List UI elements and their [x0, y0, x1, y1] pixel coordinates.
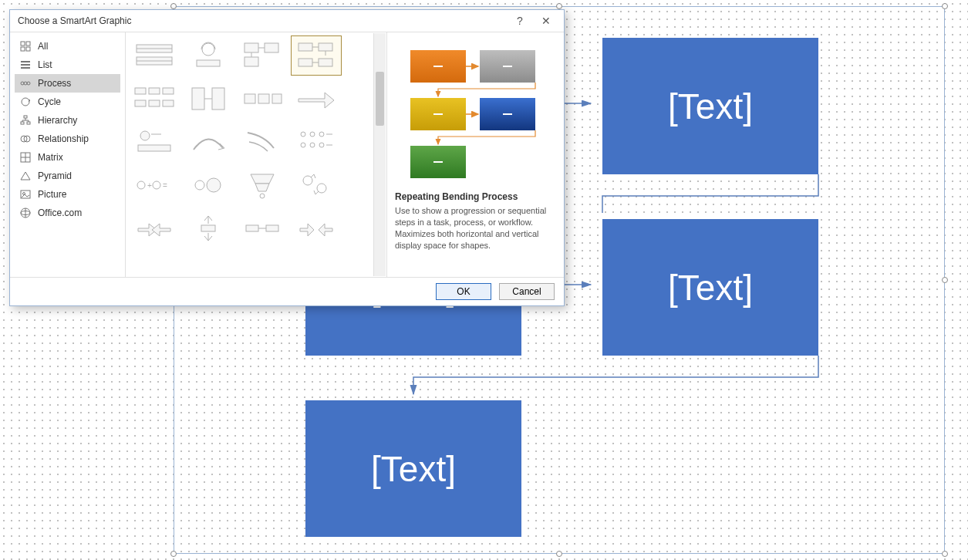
svg-point-7: [21, 82, 24, 85]
svg-text:=: =: [163, 181, 167, 190]
resize-handle[interactable]: [556, 551, 562, 557]
svg-rect-0: [21, 42, 25, 46]
category-item-process[interactable]: Process: [15, 74, 120, 93]
layout-tile[interactable]: [237, 165, 288, 205]
layout-tile[interactable]: [291, 208, 342, 248]
smartart-shape[interactable]: [Text]: [305, 400, 521, 537]
office-icon: [19, 207, 32, 219]
category-item-list[interactable]: List: [15, 56, 120, 74]
svg-point-74: [260, 194, 265, 198]
svg-rect-11: [24, 116, 27, 118]
dialog-title: Choose a SmartArt Graphic: [18, 15, 507, 26]
layout-tile[interactable]: [291, 79, 342, 119]
layout-tile[interactable]: [237, 35, 288, 76]
svg-rect-59: [138, 145, 170, 151]
svg-point-72: [195, 180, 204, 190]
category-label: Pyramid: [38, 170, 72, 181]
layout-tile[interactable]: [183, 208, 234, 248]
dialog-button-bar: OK Cancel: [10, 278, 564, 305]
svg-rect-78: [246, 225, 258, 231]
scrollbar-thumb[interactable]: [376, 72, 384, 126]
svg-rect-48: [163, 88, 174, 94]
close-button[interactable]: ✕: [533, 12, 559, 29]
cycle-icon: [19, 96, 32, 108]
layout-tile[interactable]: [237, 122, 288, 162]
layout-tile[interactable]: [291, 122, 342, 162]
svg-rect-13: [27, 122, 30, 124]
layout-tile[interactable]: [183, 165, 234, 205]
svg-rect-39: [298, 43, 312, 51]
svg-rect-47: [149, 88, 160, 94]
layout-tile[interactable]: [129, 122, 180, 162]
dialog-titlebar[interactable]: Choose a SmartArt Graphic ? ✕: [10, 10, 564, 32]
layout-tile[interactable]: [183, 79, 234, 119]
layout-preview-image: [395, 39, 556, 185]
svg-rect-56: [258, 94, 269, 103]
svg-rect-52: [192, 88, 204, 110]
category-item-relationship[interactable]: Relationship: [15, 130, 120, 148]
layout-tile[interactable]: [237, 79, 288, 119]
svg-point-65: [319, 143, 324, 147]
category-item-picture[interactable]: Picture: [15, 185, 120, 204]
smartart-shape[interactable]: [Text]: [602, 219, 818, 356]
svg-point-63: [301, 143, 305, 147]
layout-tile[interactable]: [291, 35, 342, 76]
svg-point-32: [202, 43, 214, 56]
hierarchy-icon: [19, 114, 32, 127]
svg-point-61: [310, 132, 315, 137]
layout-tile[interactable]: +=: [129, 165, 180, 205]
list-icon: [19, 59, 32, 71]
shape-text: [Text]: [668, 86, 753, 127]
layout-tile[interactable]: [129, 208, 180, 248]
svg-point-58: [140, 131, 150, 140]
layout-tile[interactable]: [237, 208, 288, 248]
layout-tile[interactable]: [183, 35, 234, 76]
category-label: Hierarchy: [38, 115, 77, 126]
resize-handle[interactable]: [556, 3, 562, 9]
resize-handle[interactable]: [942, 3, 948, 9]
preview-description: Use to show a progression or sequential …: [395, 205, 556, 251]
category-item-pyramid[interactable]: Pyramid: [15, 167, 120, 185]
category-label: Matrix: [38, 152, 63, 163]
resize-handle[interactable]: [942, 551, 948, 557]
preview-pane: Repeating Bending Process Use to show a …: [386, 32, 564, 277]
ok-button[interactable]: OK: [436, 283, 491, 300]
close-icon: ✕: [541, 15, 551, 27]
category-item-all[interactable]: All: [15, 37, 120, 56]
smartart-shape[interactable]: [Text]: [602, 38, 818, 174]
resize-handle[interactable]: [942, 277, 948, 283]
svg-rect-42: [319, 59, 332, 66]
svg-rect-36: [245, 57, 258, 66]
svg-point-60: [301, 132, 305, 137]
category-label: Office.com: [38, 207, 82, 218]
svg-point-70: [153, 181, 160, 189]
category-label: List: [38, 59, 52, 70]
category-label: All: [38, 41, 48, 52]
resize-handle[interactable]: [170, 551, 177, 557]
svg-rect-50: [149, 100, 160, 106]
layout-tile[interactable]: [291, 165, 342, 205]
svg-point-68: [137, 181, 145, 189]
layout-tile[interactable]: [129, 35, 180, 76]
category-item-cycle[interactable]: Cycle: [15, 93, 120, 111]
svg-rect-46: [135, 88, 146, 94]
svg-rect-77: [201, 225, 215, 231]
svg-rect-55: [245, 94, 255, 103]
category-item-office[interactable]: Office.com: [15, 204, 120, 222]
layout-tile[interactable]: [183, 122, 234, 162]
gallery-scrollbar[interactable]: [373, 33, 386, 276]
resize-handle[interactable]: [170, 3, 177, 9]
layout-tile[interactable]: [129, 79, 180, 119]
svg-point-73: [207, 178, 221, 192]
shape-text: [Text]: [371, 448, 456, 490]
cancel-button[interactable]: Cancel: [499, 283, 555, 300]
svg-rect-1: [26, 42, 30, 46]
svg-point-64: [310, 143, 315, 147]
help-button[interactable]: ?: [507, 12, 533, 29]
category-item-matrix[interactable]: Matrix: [15, 148, 120, 167]
layout-gallery[interactable]: +=: [126, 32, 386, 277]
category-item-hierarchy[interactable]: Hierarchy: [15, 111, 120, 130]
picture-icon: [19, 188, 32, 201]
svg-point-8: [24, 82, 27, 85]
svg-rect-12: [21, 122, 24, 124]
